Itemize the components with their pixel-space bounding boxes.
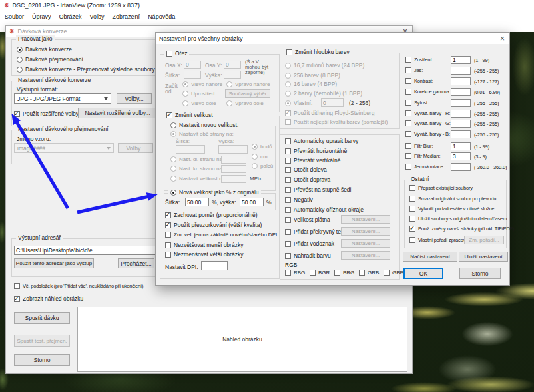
blur-filter-checkbox[interactable] xyxy=(405,143,411,149)
menu-obrazek[interactable]: Obrázek xyxy=(55,13,86,20)
sharpen-input[interactable] xyxy=(451,56,471,64)
menu-zobrazeni[interactable]: Zobrazení xyxy=(109,13,144,20)
rbg-checkbox[interactable] xyxy=(285,270,291,276)
set-advanced-options-button[interactable]: Nastavit rozšířené volby... xyxy=(78,108,157,118)
fine-rotation-input[interactable] xyxy=(451,163,471,171)
brightness-input[interactable] xyxy=(451,67,471,75)
no-upscale-checkbox[interactable] xyxy=(165,242,171,248)
output-format-combo[interactable]: JPG - JPG/JPEG Format xyxy=(14,93,111,104)
batch-cancel-button[interactable]: Storno xyxy=(14,354,70,366)
depth-custom-row: Vlastní: xyxy=(285,100,312,106)
op-row: Nahradit barvu xyxy=(285,252,331,259)
overwrite-existing-checkbox[interactable] xyxy=(409,185,415,191)
menu-soubor[interactable]: Soubor xyxy=(1,13,28,20)
keep-date-checkbox[interactable] xyxy=(409,216,415,222)
brg-checkbox[interactable] xyxy=(334,270,340,276)
create-subdirs-checkbox[interactable] xyxy=(409,206,415,212)
menu-volby[interactable]: Volby xyxy=(86,13,109,20)
median-filter-input[interactable] xyxy=(451,152,471,160)
radio-row-batch-rename: Dávkové přejmenování xyxy=(17,56,83,63)
canvas-size-checkbox[interactable] xyxy=(285,217,291,223)
format-options-button[interactable]: Volby... xyxy=(117,93,152,104)
auto-crop-borders-checkbox[interactable] xyxy=(285,207,291,213)
use-this-dir-button[interactable]: Použít tento adresář jako výstup xyxy=(14,258,94,268)
flip-vertical-checkbox[interactable] xyxy=(285,158,291,164)
overlay-text-checkbox[interactable] xyxy=(285,229,291,235)
balance-b-checkbox[interactable] xyxy=(405,131,411,137)
gamma-input[interactable] xyxy=(451,88,471,96)
close-icon[interactable]: × xyxy=(499,35,506,42)
set-dpi-input[interactable] xyxy=(201,261,228,270)
watermark-checkbox[interactable] xyxy=(285,241,291,247)
rotate-left-checkbox[interactable] xyxy=(285,167,291,173)
show-preview-checkbox[interactable] xyxy=(14,296,20,302)
fine-rotation-checkbox[interactable] xyxy=(405,164,411,170)
balance-g-checkbox[interactable] xyxy=(405,120,411,126)
op-row: Otočit doprava xyxy=(285,176,330,183)
balance-b-input[interactable] xyxy=(451,130,471,138)
window-title: DSC_0201.JPG - IrfanView (Zoom: 1259 x 8… xyxy=(13,2,140,9)
load-settings-button[interactable]: Načíst nastavení xyxy=(403,252,457,262)
custom-order-checkbox[interactable] xyxy=(409,237,415,243)
resize-checkbox[interactable] xyxy=(166,112,172,118)
brightness-checkbox[interactable] xyxy=(405,67,411,73)
include-subfolders-checkbox[interactable] xyxy=(14,283,20,289)
batch-rename-radio[interactable] xyxy=(17,57,23,63)
ok-button[interactable]: OK xyxy=(403,268,443,279)
settings-cancel-button[interactable]: Storno xyxy=(459,268,501,279)
adjust-label: Jemná rotace: xyxy=(414,164,445,170)
percent-height-input[interactable] xyxy=(240,198,264,206)
blur-filter-input[interactable] xyxy=(451,142,471,150)
delete-original-checkbox[interactable] xyxy=(409,196,415,202)
dpi-based-checkbox[interactable] xyxy=(165,232,171,238)
percent-width-input[interactable] xyxy=(185,198,209,206)
negative-checkbox[interactable] xyxy=(285,197,291,203)
bgr-checkbox[interactable] xyxy=(310,270,316,276)
no-downscale-checkbox[interactable] xyxy=(165,252,171,258)
keep-ratio-checkbox[interactable] xyxy=(165,212,171,218)
radio-label: Uprostřed xyxy=(191,91,214,97)
menu-upravy[interactable]: Úpravy xyxy=(28,13,55,20)
rotate-right-checkbox[interactable] xyxy=(285,177,291,183)
gbr-checkbox[interactable] xyxy=(384,270,390,276)
menu-napoveda[interactable]: Nápověda xyxy=(144,13,179,20)
apply-all-pages-checkbox[interactable] xyxy=(409,226,415,232)
gamma-checkbox[interactable] xyxy=(405,89,411,95)
checkbox-label: RBG xyxy=(294,270,305,276)
save-settings-button[interactable]: Uložit nastavení xyxy=(459,252,508,262)
other-row: Smazat originální soubor po převodu xyxy=(409,196,496,202)
other-row: Použ. změny na vš. stránky (při ukl. TIF… xyxy=(409,226,514,232)
balance-g-input[interactable] xyxy=(451,120,471,128)
adjust-row: Zostření: xyxy=(405,57,433,63)
browse-button[interactable]: Procházet... xyxy=(118,258,154,268)
saturation-input[interactable] xyxy=(451,99,471,107)
checkbox-label: Otočit doprava xyxy=(294,176,330,183)
new-size-radio[interactable] xyxy=(170,122,176,128)
resample-checkbox[interactable] xyxy=(165,222,171,228)
batch-conversion-radio[interactable] xyxy=(17,47,23,53)
sharpen-checkbox[interactable] xyxy=(405,57,411,63)
batch-both-radio[interactable] xyxy=(17,67,23,73)
rgb-brg-row: BRG xyxy=(334,270,354,276)
start-batch-button[interactable]: Spustit dávku xyxy=(14,312,70,324)
contrast-input[interactable] xyxy=(451,77,471,85)
color-depth-checkbox[interactable] xyxy=(286,49,292,55)
median-filter-checkbox[interactable] xyxy=(405,153,411,159)
grb-checkbox[interactable] xyxy=(359,270,365,276)
settings-dialog: Nastavení pro všechny obrázky × Ořez Osa… xyxy=(155,32,510,286)
name-pattern-label: Jméno vzoru: xyxy=(17,136,51,142)
contrast-checkbox[interactable] xyxy=(405,78,411,84)
grayscale-checkbox[interactable] xyxy=(285,187,291,193)
use-advanced-options-checkbox[interactable] xyxy=(14,111,20,117)
dither-checkbox xyxy=(285,110,291,116)
replace-color-checkbox[interactable] xyxy=(285,253,291,259)
balance-r-input[interactable] xyxy=(451,110,471,118)
crop-checkbox[interactable] xyxy=(166,51,172,57)
balance-r-checkbox[interactable] xyxy=(405,110,411,116)
flip-horizontal-checkbox[interactable] xyxy=(285,148,291,154)
mpix-size-row: Nastavit velikost na: xyxy=(170,176,226,182)
auto-adjust-colors-checkbox[interactable] xyxy=(285,138,291,144)
long-side-row: Nast. dl. stranu na: xyxy=(170,156,224,162)
saturation-checkbox[interactable] xyxy=(405,100,411,106)
percent-of-original-radio[interactable] xyxy=(170,190,176,196)
